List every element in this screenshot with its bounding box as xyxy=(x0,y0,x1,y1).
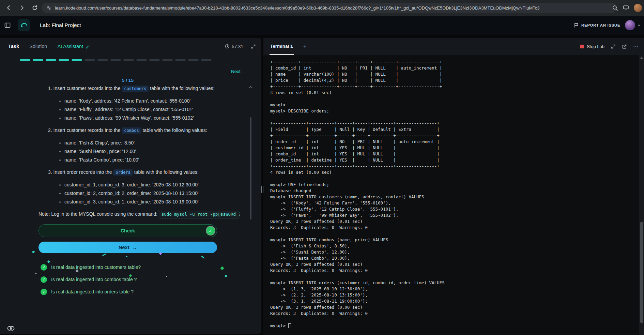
task-scroll-area[interactable]: Next → 5 / 15 1. Insert customer records… xyxy=(0,55,261,321)
terminal-line: -> ('Fish & Chips', 8.50), xyxy=(270,243,639,249)
task-step-text: 2. Insert customer records into the comb… xyxy=(48,126,227,135)
progress-track xyxy=(20,59,261,61)
task-bullet: customer_id: 3, combo_id: 1, order_time:… xyxy=(64,198,227,206)
note-period: . xyxy=(239,211,240,217)
progress-segment-8 xyxy=(110,59,121,61)
check-icon: ✓ xyxy=(41,264,47,271)
terminal-scrollbar[interactable] xyxy=(639,55,644,335)
terminal-cursor xyxy=(288,323,291,328)
stop-lab-label: Stop Lab xyxy=(587,44,604,49)
step-counter: 5 / 15 xyxy=(39,78,217,83)
check-icon: ✓ xyxy=(41,276,47,283)
terminal-scrollbar-thumb[interactable] xyxy=(640,222,643,323)
task-step-bullets: name: 'Fish & Chips', price: '8.50'name:… xyxy=(48,139,227,164)
terminal-screen[interactable]: +----------+--------------+------+-----+… xyxy=(263,55,639,335)
task-bullet: name: 'Pasta Combo', price: '10.00' xyxy=(64,156,227,164)
progress-segment-13 xyxy=(175,59,186,61)
check-icon: ✓ xyxy=(41,289,47,295)
inline-code-chip: customers xyxy=(122,86,149,92)
scroll-up-chevron-icon[interactable] xyxy=(249,86,252,88)
next-step-link[interactable]: Next → xyxy=(0,69,246,74)
magic-wand-icon xyxy=(86,44,90,49)
progress-segment-12 xyxy=(162,59,173,61)
zoom-icon[interactable] xyxy=(612,5,618,11)
task-bullet: name: 'Sushi Bento', price: '12.00' xyxy=(64,147,227,156)
tab-terminal-1[interactable]: Terminal 1 xyxy=(270,38,294,55)
terminal-prompt-line: mysql> xyxy=(270,323,639,329)
inline-code-chip: combos xyxy=(122,127,141,134)
terminal-line: Query OK, 3 rows affected (0.01 sec) xyxy=(270,218,639,225)
task-bullet: name: 'Fish & Chips', price: '8.50' xyxy=(64,139,227,147)
sidebar-toggle-icon[interactable] xyxy=(4,22,11,29)
task-step-bullets: name: 'Kody', address: '42 Feline Farm',… xyxy=(48,97,227,122)
report-issue-label: REPORT AN ISSUE xyxy=(581,23,620,27)
terminal-line: Query OK, 3 rows affected (0.00 sec) xyxy=(270,304,639,310)
terminal-line: 3 rows in set (0.01 sec) xyxy=(270,90,639,96)
terminal-line: +----------+--------------+------+-----+… xyxy=(270,59,639,65)
task-bullet: name: 'Fluffy', address: '12 Catnip Clos… xyxy=(64,105,227,114)
add-terminal-button[interactable]: + xyxy=(303,43,307,50)
chevron-down-icon[interactable]: ▼ xyxy=(638,24,641,27)
progress-segment-11 xyxy=(149,59,160,61)
progress-segment-1 xyxy=(20,59,30,61)
task-panel-scrollbar[interactable] xyxy=(250,117,251,219)
tab-ai-assistant-label: AI Assistant xyxy=(57,44,83,49)
address-bar[interactable]: learn.kodekloud.com/user/courses/databas… xyxy=(42,3,617,13)
screen-share-icon[interactable] xyxy=(623,5,629,11)
terminal-line: | name | varchar(100) | NO | | NULL | | xyxy=(270,71,639,77)
browser-toolbar: learn.kodekloud.com/user/courses/databas… xyxy=(0,0,644,16)
terminal-line: -> ('Paws', '99 Whisker Way', '555-0102'… xyxy=(270,212,639,218)
browser-back-icon[interactable] xyxy=(5,4,12,11)
task-bullet: customer_id: 1, combo_id: 3, order_time:… xyxy=(64,181,227,189)
terminal-line: +-------------+----------+------+-----+-… xyxy=(270,133,639,139)
clock-icon xyxy=(225,44,230,49)
user-avatar[interactable] xyxy=(625,20,635,30)
page-title: Lab: Final Project xyxy=(40,22,81,28)
terminal-line: -> (2, 2, '2025-08-10 13:15:00'), xyxy=(270,292,639,298)
terminal-line: -> (3, 1, '2025-08-11 19:00:00'); xyxy=(270,298,639,304)
browser-refresh-icon[interactable] xyxy=(31,4,38,11)
lab-timer: 57:31 xyxy=(225,44,243,49)
terminal-line: | combo_id | int | YES | MUL | NULL | | xyxy=(270,151,639,157)
progress-segment-7 xyxy=(97,59,108,61)
terminal-line: -> (1, 3, '2025-08-10 12:30:00'), xyxy=(270,286,639,292)
stop-lab-button[interactable]: Stop Lab xyxy=(580,44,604,49)
terminal-line: -> ('Pasta Combo', 10.00); xyxy=(270,255,639,261)
kodekloud-logo[interactable] xyxy=(18,19,30,31)
fullscreen-icon[interactable] xyxy=(611,44,616,49)
next-button[interactable]: Next → xyxy=(39,242,217,253)
progress-segment-10 xyxy=(136,59,147,61)
more-options-icon[interactable]: ⋯ xyxy=(633,43,639,50)
report-issue-button[interactable]: REPORT AN ISSUE xyxy=(574,23,620,28)
arrow-right-icon: → xyxy=(132,245,137,250)
open-in-new-icon[interactable] xyxy=(622,44,627,49)
browser-profile-avatar[interactable] xyxy=(634,4,642,12)
checklist-label: Is real data ingested into orders table … xyxy=(51,289,134,294)
terminal-line: -> ('Sushi Bento', 12.00), xyxy=(270,249,639,255)
progress-segment-3 xyxy=(46,59,56,61)
mysql-command-chip: sudo mysql -u root -pp@ssW0Rd xyxy=(159,211,239,217)
tab-ai-assistant[interactable]: AI Assistant xyxy=(57,44,90,49)
check-button[interactable]: Check ✓ xyxy=(39,224,217,237)
checklist-label: Is real data ingested into combos table … xyxy=(51,277,137,282)
expand-panel-icon[interactable] xyxy=(251,44,256,49)
browser-forward-icon[interactable] xyxy=(18,4,25,11)
tab-task[interactable]: Task xyxy=(8,44,19,49)
inline-code-chip: orders xyxy=(113,169,133,176)
site-settings-icon[interactable] xyxy=(46,5,51,11)
url-text: learn.kodekloud.com/user/courses/databas… xyxy=(55,5,540,11)
task-step-text: 1. Insert customer records into the cust… xyxy=(48,84,227,93)
tab-solution[interactable]: Solution xyxy=(29,44,47,49)
terminal-line xyxy=(270,114,639,120)
terminal-line xyxy=(270,317,639,323)
task-bullet: customer_id: 2, combo_id: 2, order_time:… xyxy=(64,189,227,198)
terminal-prompt: mysql> xyxy=(270,323,286,329)
terminal-line: +-------------+----------+------+-----+-… xyxy=(270,163,639,169)
next-button-label: Next xyxy=(119,245,129,250)
checklist-item: ✓ Is real data ingested into customers t… xyxy=(41,264,261,271)
scrollbar-up-arrow[interactable] xyxy=(640,57,643,59)
task-steps: 1. Insert customer records into the cust… xyxy=(48,84,227,206)
task-tab-bar: Task Solution AI Assistant 57:31 xyxy=(0,38,261,55)
task-step: 2. Insert customer records into the comb… xyxy=(48,126,227,164)
app-header: Lab: Final Project REPORT AN ISSUE ▼ xyxy=(0,16,644,35)
